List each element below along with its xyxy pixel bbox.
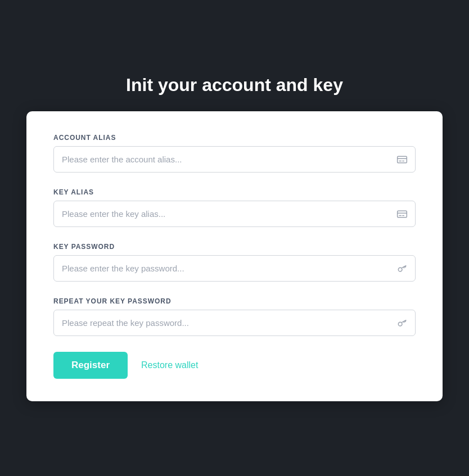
- page-title: Init your account and key: [126, 75, 343, 96]
- key-alias-group: KEY ALIAS: [53, 188, 416, 227]
- account-alias-input[interactable]: [53, 146, 416, 173]
- key-alias-label: KEY ALIAS: [53, 188, 416, 196]
- form-actions: Register Restore wallet: [53, 352, 416, 379]
- main-card: ACCOUNT ALIAS KEY ALIAS: [26, 111, 443, 401]
- key-password-input[interactable]: [53, 255, 416, 282]
- key-password-group: KEY PASSWORD: [53, 243, 416, 282]
- key-password-input-wrapper: [53, 255, 416, 282]
- repeat-key-password-group: REPEAT YOUR KEY PASSWORD: [53, 297, 416, 336]
- account-alias-label: ACCOUNT ALIAS: [53, 134, 416, 142]
- restore-wallet-link[interactable]: Restore wallet: [141, 360, 198, 370]
- key-alias-input[interactable]: [53, 201, 416, 227]
- repeat-key-password-label: REPEAT YOUR KEY PASSWORD: [53, 297, 416, 305]
- register-button[interactable]: Register: [53, 352, 128, 379]
- key-password-label: KEY PASSWORD: [53, 243, 416, 251]
- repeat-key-password-input-wrapper: [53, 310, 416, 336]
- account-alias-group: ACCOUNT ALIAS: [53, 134, 416, 173]
- key-alias-input-wrapper: [53, 201, 416, 227]
- account-alias-input-wrapper: [53, 146, 416, 173]
- repeat-key-password-input[interactable]: [53, 310, 416, 336]
